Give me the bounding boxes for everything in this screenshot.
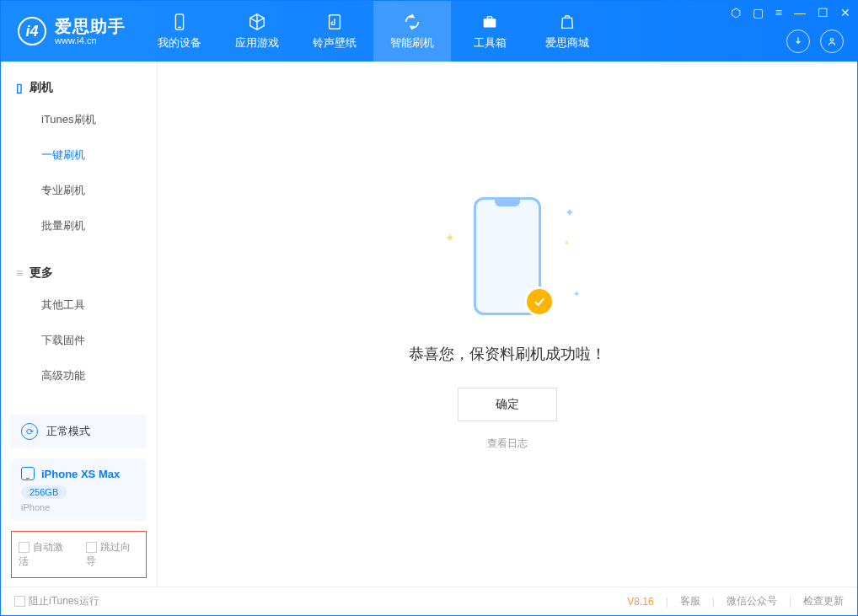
download-icon[interactable] (786, 29, 810, 53)
check-update-link[interactable]: 检查更新 (803, 594, 844, 608)
sidebar-section-flash: ▯ 刷机 (1, 73, 157, 102)
wechat-link[interactable]: 微信公众号 (727, 594, 777, 608)
device-storage: 256GB (21, 485, 67, 499)
success-message: 恭喜您，保资料刷机成功啦！ (409, 344, 606, 364)
user-icon[interactable] (820, 29, 844, 53)
view-log-link[interactable]: 查看日志 (487, 437, 528, 451)
bag-icon (557, 12, 577, 32)
header-actions (786, 29, 844, 53)
titlebar: i4 爱思助手 www.i4.cn 我的设备 应用游戏 铃声壁纸 智能刷机 (1, 1, 857, 62)
shirt-icon[interactable]: ⬡ (731, 6, 741, 19)
sidebar-item-pro-flash[interactable]: 专业刷机 (1, 173, 157, 208)
sidebar-item-download-firmware[interactable]: 下载固件 (1, 323, 157, 358)
nav-label: 铃声壁纸 (313, 35, 357, 51)
device-type: iPhone (21, 502, 137, 512)
main-content: ✦ ✦ ✦ ✦ 恭喜您，保资料刷机成功啦！ 确定 查看日志 (158, 62, 857, 587)
nav-label: 爱思商城 (545, 35, 589, 51)
close-icon[interactable]: ✕ (840, 6, 850, 19)
support-link[interactable]: 客服 (680, 594, 700, 608)
sidebar-section-more: ≡ 更多 (1, 259, 157, 287)
nav-store[interactable]: 爱思商城 (528, 1, 606, 62)
version-label: V8.16 (627, 596, 653, 608)
success-illustration: ✦ ✦ ✦ ✦ (457, 197, 558, 324)
app-window: i4 爱思助手 www.i4.cn 我的设备 应用游戏 铃声壁纸 智能刷机 (0, 0, 858, 616)
nav-toolbox[interactable]: 工具箱 (451, 1, 528, 62)
options-row: 自动激活 跳过向导 (11, 531, 147, 578)
menu-icon[interactable]: ≡ (775, 6, 782, 19)
checkbox-skip-guide[interactable]: 跳过向导 (86, 540, 140, 569)
mode-box[interactable]: ⟳ 正常模式 (11, 415, 147, 448)
logo-icon: i4 (18, 17, 46, 46)
checkbox-auto-activate[interactable]: 自动激活 (19, 540, 72, 569)
sidebar-item-oneclick-flash[interactable]: 一键刷机 (1, 137, 157, 173)
sparkle-icon: ✦ (573, 289, 580, 298)
app-subtitle: www.i4.cn (55, 35, 126, 46)
svg-rect-4 (487, 17, 492, 19)
ok-button[interactable]: 确定 (458, 388, 557, 421)
sparkle-icon: ✦ (565, 206, 575, 219)
cube-icon (247, 12, 267, 32)
sparkle-icon: ✦ (564, 239, 570, 247)
sidebar-item-other-tools[interactable]: 其他工具 (1, 287, 157, 323)
logo: i4 爱思助手 www.i4.cn (1, 17, 141, 46)
minimize-icon[interactable]: — (794, 6, 806, 19)
app-title: 爱思助手 (55, 17, 126, 35)
sidebar-item-itunes-flash[interactable]: iTunes刷机 (1, 102, 157, 137)
device-box[interactable]: iPhone XS Max 256GB iPhone (11, 458, 147, 521)
body: ▯ 刷机 iTunes刷机 一键刷机 专业刷机 批量刷机 ≡ 更多 其他工具 下… (1, 62, 857, 587)
nav-label: 智能刷机 (390, 35, 434, 51)
svg-point-5 (830, 39, 834, 42)
sidebar-item-batch-flash[interactable]: 批量刷机 (1, 208, 157, 244)
nav-apps[interactable]: 应用游戏 (218, 1, 296, 62)
toolbox-icon (480, 12, 500, 32)
svg-rect-3 (484, 19, 496, 27)
nav-flash[interactable]: 智能刷机 (373, 1, 451, 62)
list-icon: ≡ (16, 266, 23, 280)
nav-my-device[interactable]: 我的设备 (141, 1, 218, 62)
nav-label: 工具箱 (474, 35, 507, 51)
feedback-icon[interactable]: ▢ (753, 6, 764, 19)
mode-icon: ⟳ (21, 423, 38, 440)
device-icon (169, 12, 190, 32)
statusbar: 阻止iTunes运行 V8.16 | 客服 | 微信公众号 | 检查更新 (1, 587, 857, 615)
maximize-icon[interactable]: ☐ (818, 6, 829, 19)
nav-label: 应用游戏 (235, 35, 279, 51)
sidebar: ▯ 刷机 iTunes刷机 一键刷机 专业刷机 批量刷机 ≡ 更多 其他工具 下… (1, 62, 158, 587)
refresh-icon (402, 12, 422, 32)
mode-label: 正常模式 (46, 424, 90, 439)
sparkle-icon: ✦ (445, 231, 455, 244)
sidebar-item-advanced[interactable]: 高级功能 (1, 358, 157, 394)
nav-label: 我的设备 (158, 35, 201, 51)
nav-ringtones[interactable]: 铃声壁纸 (296, 1, 373, 62)
device-name: iPhone XS Max (41, 468, 120, 480)
check-badge-icon (524, 287, 555, 317)
device-phone-icon (21, 467, 35, 480)
phone-icon: ▯ (16, 81, 23, 94)
window-controls: ⬡ ▢ ≡ — ☐ ✕ (731, 6, 850, 19)
top-nav: 我的设备 应用游戏 铃声壁纸 智能刷机 工具箱 爱思商城 (141, 1, 606, 62)
checkbox-block-itunes[interactable]: 阻止iTunes运行 (14, 594, 99, 608)
music-icon (324, 12, 345, 32)
